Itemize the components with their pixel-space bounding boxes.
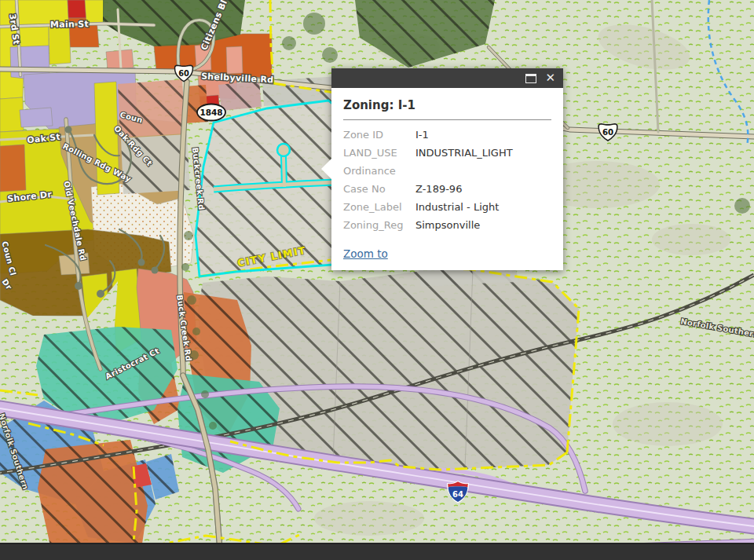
field-value: Z-189-96 xyxy=(415,183,462,195)
ky-1848-shield: 1848 xyxy=(197,104,225,121)
field-label: Zoning_Reg xyxy=(343,219,415,231)
field-row-zoning-reg: Zoning_Reg Simpsonville xyxy=(343,219,551,231)
zoom-to-link[interactable]: Zoom to xyxy=(343,247,388,260)
popup-title: Zoning: I-1 xyxy=(343,98,551,112)
map-viewport[interactable]: Main St 3rd St Citizens Blvd Shelbyville… xyxy=(0,0,754,560)
bottom-bar xyxy=(0,543,754,560)
field-label: Zone_Label xyxy=(343,201,415,213)
field-value: Simpsonville xyxy=(415,219,480,231)
maximize-icon[interactable] xyxy=(525,74,536,83)
feature-popup: ✕ Zoning: I-1 Zone ID I-1 LAND_USE INDUS… xyxy=(331,68,563,270)
field-value: I-1 xyxy=(415,129,429,141)
svg-text:64: 64 xyxy=(452,490,463,499)
popup-divider xyxy=(343,119,551,120)
main-st-label: Main St xyxy=(50,19,89,30)
popup-arrow xyxy=(321,159,331,179)
field-label: Zone ID xyxy=(343,129,415,141)
field-row-land-use: LAND_USE INDUSTRIAL_LIGHT xyxy=(343,147,551,159)
field-label: Ordinance xyxy=(343,165,415,177)
svg-text:60: 60 xyxy=(602,128,613,137)
popup-header: ✕ xyxy=(331,68,563,88)
field-row-zone-id: Zone ID I-1 xyxy=(343,129,551,141)
field-row-zone-label: Zone_Label Industrial - Light xyxy=(343,201,551,213)
close-icon[interactable]: ✕ xyxy=(545,72,555,84)
field-label: LAND_USE xyxy=(343,147,415,159)
popup-body: Zoning: I-1 Zone ID I-1 LAND_USE INDUSTR… xyxy=(331,88,563,270)
svg-text:60: 60 xyxy=(178,69,189,78)
svg-text:1848: 1848 xyxy=(199,108,222,117)
field-row-ordinance: Ordinance xyxy=(343,165,551,177)
field-value: Industrial - Light xyxy=(415,201,499,213)
field-row-case-no: Case No Z-189-96 xyxy=(343,183,551,195)
field-label: Case No xyxy=(343,183,415,195)
field-value: INDUSTRIAL_LIGHT xyxy=(415,147,513,159)
